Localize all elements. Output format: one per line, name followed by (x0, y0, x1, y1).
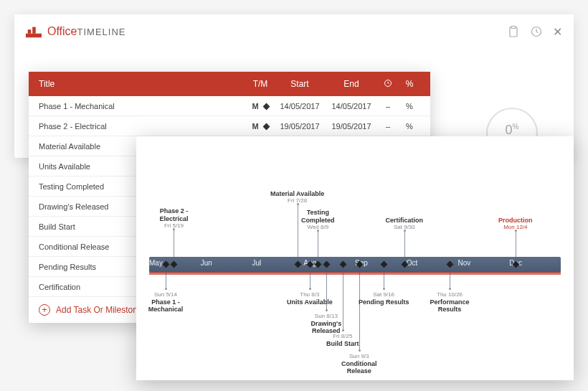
milestone-label: Material AvailableFri 7/28 (269, 190, 326, 204)
milestone-marker[interactable] (447, 261, 454, 268)
table-row[interactable]: Phase 2 - ElectricalM 19/05/201719/05/20… (29, 116, 430, 136)
milestone-marker[interactable] (381, 261, 388, 268)
header-actions: ✕ (507, 25, 562, 39)
col-header-pct[interactable]: % (399, 79, 420, 89)
milestone-marker[interactable] (339, 261, 346, 268)
app-name-suffix: TIMELINE (77, 27, 126, 37)
milestone-label: ProductionMon 12/4 (487, 217, 544, 231)
milestone-tick (174, 230, 174, 257)
timeline-track[interactable]: MayJunJulAugSepOctNovDecPhase 2 - Electr… (149, 257, 561, 273)
history-icon (384, 79, 392, 88)
cell-end: 19/05/2017 (326, 122, 377, 131)
milestone-tick (318, 231, 318, 257)
svg-rect-0 (26, 34, 42, 38)
milestone-tick (310, 273, 310, 288)
milestone-label: Thu 10/26Performance Results (421, 291, 478, 314)
cell-end: 14/05/2017 (326, 102, 377, 110)
cell-start: 19/05/2017 (274, 122, 326, 131)
milestone-marker[interactable] (163, 261, 170, 268)
col-header-tm[interactable]: T/M (247, 79, 274, 89)
milestone-marker[interactable] (323, 261, 330, 268)
table-header: Title T/M Start End % (29, 72, 430, 96)
svg-rect-4 (511, 27, 516, 29)
milestone-label: Sun 8/13Drawing's Released (298, 313, 355, 335)
clock-icon[interactable] (530, 25, 543, 38)
month-label: May (149, 259, 163, 267)
cell-title: Phase 2 - Electrical (39, 122, 247, 131)
col-header-title[interactable]: Title (39, 79, 247, 89)
milestone-label: CertificationSat 9/30 (376, 217, 433, 231)
app-logo: OfficeTIMELINE (26, 25, 125, 38)
month-label: Oct (407, 259, 418, 267)
progress-percent: 0% (506, 123, 519, 138)
table-row[interactable]: Phase 1 - MechanicalM 14/05/201714/05/20… (29, 96, 430, 116)
add-task-label: Add Task Or Milestone (56, 305, 143, 315)
milestone-tick (343, 273, 343, 330)
month-label: Jun (201, 259, 212, 267)
timeline-track-accent (149, 272, 561, 275)
milestone-label: Testing CompletedWed 8/9 (289, 209, 346, 231)
milestone-label: Fri 8/25Build Start (314, 333, 371, 347)
col-header-end[interactable]: End (326, 79, 377, 89)
cell-pct: % (399, 102, 420, 110)
milestone-tick (326, 273, 327, 310)
milestone-label: Sat 9/16Pending Results (355, 291, 412, 306)
svg-rect-1 (28, 29, 32, 34)
svg-rect-2 (32, 27, 36, 34)
close-icon[interactable]: ✕ (553, 25, 562, 39)
col-header-start[interactable]: Start (274, 79, 326, 89)
milestone-tick (166, 273, 166, 288)
milestone-tick (384, 273, 384, 288)
col-header-history[interactable] (377, 79, 399, 90)
milestone-label: Phase 2 - ElectricalFri 5/19 (145, 207, 202, 230)
milestone-marker[interactable] (294, 261, 301, 268)
app-name: OfficeTIMELINE (47, 25, 125, 38)
milestone-tick (404, 231, 405, 257)
milestone-tick (516, 231, 516, 257)
cell-title: Phase 1 - Mechanical (39, 102, 247, 110)
milestone-label: Sun 9/3Conditional Release (331, 353, 388, 375)
milestone-label: Thu 8/3Units Available (281, 291, 338, 306)
milestone-tick (450, 273, 450, 288)
window-header: OfficeTIMELINE ✕ (14, 14, 574, 49)
cell-tm: M (247, 102, 274, 110)
cell-history: – (377, 122, 399, 131)
clipboard-icon[interactable] (507, 25, 520, 38)
cell-pct: % (399, 122, 420, 131)
cell-tm: M (247, 122, 274, 131)
month-label: Jul (252, 259, 262, 267)
logo-icon (26, 25, 42, 38)
cell-history: – (377, 102, 399, 110)
milestone-label: Sun 5/14Phase 1 - Mechanical (137, 291, 194, 314)
cell-start: 14/05/2017 (274, 102, 326, 110)
milestone-tick (359, 273, 360, 350)
milestone-marker[interactable] (171, 261, 178, 268)
plus-icon: + (39, 304, 50, 316)
month-label: Nov (458, 259, 471, 267)
timeline-preview: MayJunJulAugSepOctNovDecPhase 2 - Electr… (136, 136, 574, 380)
app-name-brand: Office (47, 25, 77, 37)
